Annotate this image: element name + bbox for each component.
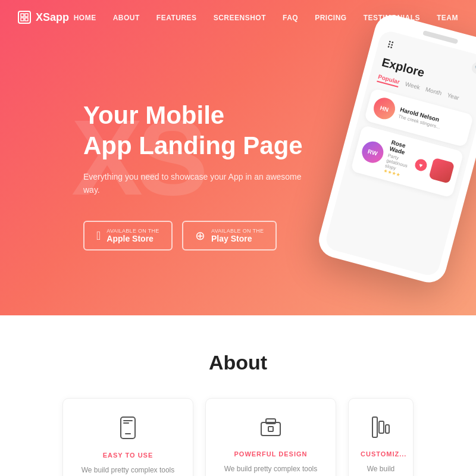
svg-rect-3 [25,18,28,21]
nav-features[interactable]: FEATURES [156,14,197,22]
navbar: XSapp HOME ABOUT FEATURES SCREENSHOT FAQ… [0,0,476,35]
nav-about[interactable]: ABOUT [113,14,140,22]
nav-team[interactable]: TEAM [437,14,458,22]
phone-card-1-avatar: HN [371,95,397,121]
phone-tab-popular[interactable]: Popular [377,73,400,87]
svg-rect-7 [125,433,131,434]
apple-store-big: Apple Store [107,234,159,243]
phone-search-icon: 🔍 [471,61,476,75]
nav-faq[interactable]: FAQ [283,14,298,22]
about-card-2-title: POWERFUL DESIGN [218,450,324,458]
logo[interactable]: XSapp [18,11,69,24]
phone-card-2-info: Rose Wade Party gelatinous slopy ★★★★ [383,139,415,179]
nav-home[interactable]: HOME [74,14,96,22]
svg-rect-0 [21,14,24,17]
hero-title: Your MobileApp Landing Page [83,101,309,161]
phone-mockup: ⠿ 🔍 Explore Popular Week Month Year HN H… [298,7,476,291]
about-card-3-title: CUSTOMIZ... [361,450,401,458]
apple-store-small: Available on the [107,228,159,234]
play-store-big: Play Store [211,234,264,243]
play-store-small: Available on the [211,228,264,234]
about-card-3: CUSTOMIZ... We build pretty c... [348,398,414,476]
easy-to-use-icon [75,416,181,443]
nav-screenshot[interactable]: SCREENSHOT [214,14,266,22]
android-icon: ⊕ [195,230,205,242]
about-card-1-desc: We build pretty complex tools [75,465,181,476]
logo-icon [18,11,31,24]
svg-rect-13 [386,425,389,433]
svg-rect-6 [123,422,129,424]
phone-tab-week[interactable]: Week [404,80,421,93]
svg-rect-1 [25,14,28,17]
phone-heart-icon: ♥ [414,158,428,172]
phone-tab-year[interactable]: Year [446,92,460,104]
phone-card-2-img [428,158,455,184]
customize-icon [361,416,401,442]
nav-links: HOME ABOUT FEATURES SCREENSHOT FAQ PRICI… [74,12,458,23]
hero-buttons:  Available on the Apple Store ⊕ Availab… [83,221,309,250]
phone-screen: ⠿ 🔍 Explore Popular Week Month Year HN H… [324,29,476,278]
svg-rect-2 [21,18,24,21]
about-card-1: EASY TO USE We build pretty complex tool… [62,398,193,476]
svg-rect-12 [379,421,384,433]
hero-section: XS Your MobileApp Landing Page Everythin… [0,0,476,315]
powerful-design-icon [218,416,324,442]
svg-rect-11 [372,417,377,437]
phone-card-1-info: Harold Nelson The creek stingers... [397,106,465,136]
phone-outer: ⠿ 🔍 Explore Popular Week Month Year HN H… [315,11,476,287]
about-title: About [18,351,458,374]
about-section: About EASY TO USE We build pretty comple… [0,315,476,476]
about-card-3-desc: We build pretty c... [361,464,401,476]
phone-grid-icon: ⠿ [386,39,396,51]
svg-rect-5 [123,420,133,421]
about-card-2: POWERFUL DESIGN We build pretty complex … [205,398,336,476]
svg-rect-10 [268,427,273,431]
svg-rect-8 [261,422,280,436]
phone-card-2-avatar: RW [359,139,386,165]
nav-pricing[interactable]: PRICING [315,14,347,22]
nav-testimonials[interactable]: TESTIMONIALS [364,14,420,22]
phone-tab-month[interactable]: Month [424,86,443,99]
about-card-2-desc: We build pretty complex tools [218,464,324,475]
play-store-button[interactable]: ⊕ Available on the Play Store [182,221,277,250]
hero-subtitle: Everything you need to showcase your App… [83,170,309,197]
apple-icon:  [96,230,101,242]
about-cards: EASY TO USE We build pretty complex tool… [18,398,458,476]
hero-content: Your MobileApp Landing Page Everything y… [0,101,309,250]
logo-text: XSapp [36,11,69,24]
apple-store-button[interactable]:  Available on the Apple Store [83,221,173,250]
about-card-1-title: EASY TO USE [75,452,181,459]
